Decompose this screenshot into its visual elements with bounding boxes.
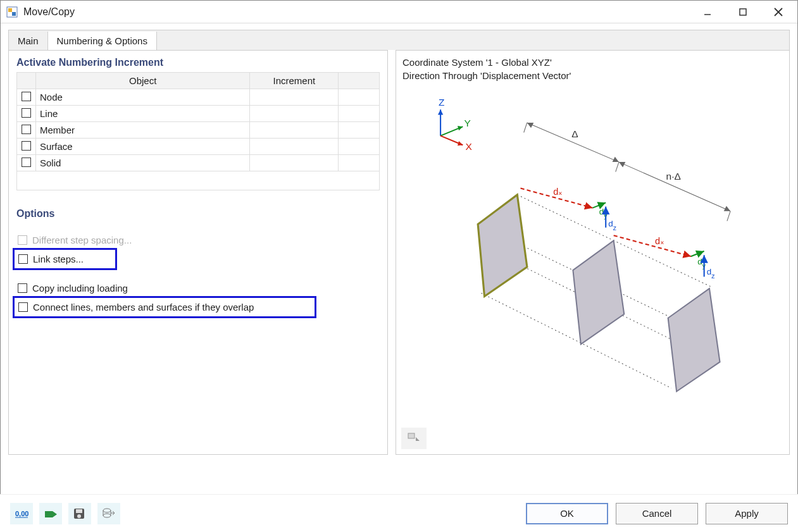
option-label: Copy including loading (32, 283, 128, 294)
row-label: Node (36, 89, 250, 106)
svg-point-53 (77, 514, 81, 518)
svg-marker-11 (458, 126, 463, 130)
checkbox-connect-overlap[interactable] (18, 302, 28, 312)
save-icon[interactable] (68, 503, 91, 524)
svg-text:dₓ: dₓ (655, 236, 664, 246)
left-panel: Activate Numbering Increment Object Incr… (8, 50, 388, 455)
preview-tool-button[interactable] (401, 428, 427, 449)
table-row: Member (17, 122, 380, 139)
preview-line1: Coordinate System '1 - Global XYZ' (402, 56, 783, 69)
close-button[interactable] (770, 3, 787, 21)
table-row: Node (17, 89, 380, 106)
units-icon[interactable]: 0,00 (10, 503, 33, 524)
svg-marker-50 (53, 511, 57, 517)
svg-text:n·Δ: n·Δ (666, 171, 681, 182)
table-row: Solid (17, 155, 380, 171)
preview-line2: Direction Through 'Displacement Vector' (402, 69, 783, 82)
col-blank (339, 73, 380, 89)
row-checkbox[interactable] (22, 141, 31, 151)
table-row: Surface (17, 139, 380, 155)
svg-line-35 (691, 251, 704, 256)
svg-marker-43 (478, 195, 527, 297)
table-row-empty (17, 171, 380, 190)
svg-rect-2 (12, 12, 16, 16)
svg-marker-44 (573, 240, 624, 344)
option-connect-overlap[interactable]: Connect lines, members and surfaces if t… (17, 299, 312, 315)
row-checkbox[interactable] (22, 108, 31, 118)
svg-text:dₓ: dₓ (553, 187, 563, 197)
load-icon[interactable] (39, 503, 62, 524)
svg-rect-1 (8, 8, 12, 12)
svg-text:dy: dy (599, 207, 608, 220)
checkbox-link-steps[interactable] (18, 254, 28, 264)
col-object: Object (36, 73, 250, 89)
row-increment[interactable] (250, 139, 339, 155)
minimize-button[interactable] (699, 3, 716, 21)
table-row: Line (17, 106, 380, 122)
row-label: Solid (36, 155, 250, 171)
row-checkbox[interactable] (22, 125, 31, 134)
svg-text:Y: Y (464, 118, 471, 128)
svg-marker-8 (438, 109, 443, 114)
cancel-button[interactable]: Cancel (616, 503, 698, 524)
checkbox-different-spacing (18, 235, 27, 245)
svg-point-54 (103, 509, 111, 512)
col-increment: Increment (250, 73, 339, 89)
svg-line-17 (619, 162, 730, 211)
svg-text:Δ: Δ (571, 128, 578, 139)
tab-numbering-options[interactable]: Numbering & Options (48, 32, 157, 50)
row-label: Surface (36, 139, 250, 155)
row-checkbox[interactable] (22, 92, 31, 101)
svg-text:dy: dy (697, 257, 706, 269)
svg-rect-46 (408, 433, 415, 438)
svg-text:0,00: 0,00 (15, 510, 28, 517)
svg-text:dz: dz (707, 267, 715, 279)
option-different-spacing: Different step spacing... (16, 232, 380, 248)
options-section-title: Options (16, 208, 380, 220)
option-link-steps[interactable]: Link steps... (17, 251, 113, 267)
row-increment[interactable] (250, 106, 339, 122)
svg-text:dz: dz (608, 219, 616, 232)
svg-rect-4 (740, 9, 746, 15)
preview-panel: Coordinate System '1 - Global XYZ' Direc… (396, 50, 790, 455)
row-increment[interactable] (250, 155, 339, 171)
ok-button[interactable]: OK (526, 503, 608, 524)
row-increment[interactable] (250, 122, 339, 139)
row-checkbox[interactable] (22, 158, 31, 167)
svg-rect-52 (76, 509, 82, 513)
svg-line-20 (727, 211, 730, 221)
tab-bar: Main Numbering & Options (8, 30, 790, 50)
checkbox-copy-loading[interactable] (18, 283, 27, 293)
window-title: Move/Copy (23, 6, 75, 18)
svg-line-18 (524, 123, 527, 133)
option-label: Different step spacing... (32, 235, 132, 245)
svg-rect-49 (45, 511, 53, 517)
app-icon (6, 6, 18, 18)
export-icon[interactable] (97, 503, 120, 524)
svg-text:X: X (465, 141, 472, 152)
numbering-section-title: Activate Numbering Increment (16, 57, 380, 68)
svg-text:Z: Z (439, 97, 445, 108)
apply-button[interactable]: Apply (706, 503, 788, 524)
option-copy-loading[interactable]: Copy including loading (16, 280, 380, 296)
maximize-button[interactable] (734, 3, 752, 21)
col-checkbox (17, 73, 36, 89)
option-label: Link steps... (33, 254, 84, 264)
svg-line-33 (614, 235, 691, 256)
row-label: Member (36, 122, 250, 139)
title-bar: Move/Copy (1, 1, 797, 23)
svg-marker-45 (668, 288, 720, 392)
svg-point-57 (103, 514, 111, 517)
row-increment[interactable] (250, 89, 339, 106)
option-label: Connect lines, members and surfaces if t… (33, 302, 254, 312)
svg-line-19 (616, 162, 619, 172)
svg-marker-14 (458, 141, 463, 145)
dialog-footer: 0,00 OK Cancel Apply (0, 494, 798, 532)
tab-main[interactable]: Main (9, 32, 48, 50)
numbering-table: Object Increment Node Line (16, 72, 380, 190)
svg-line-41 (481, 293, 671, 388)
row-label: Line (36, 106, 250, 122)
preview-diagram: Z Y X (402, 86, 783, 415)
